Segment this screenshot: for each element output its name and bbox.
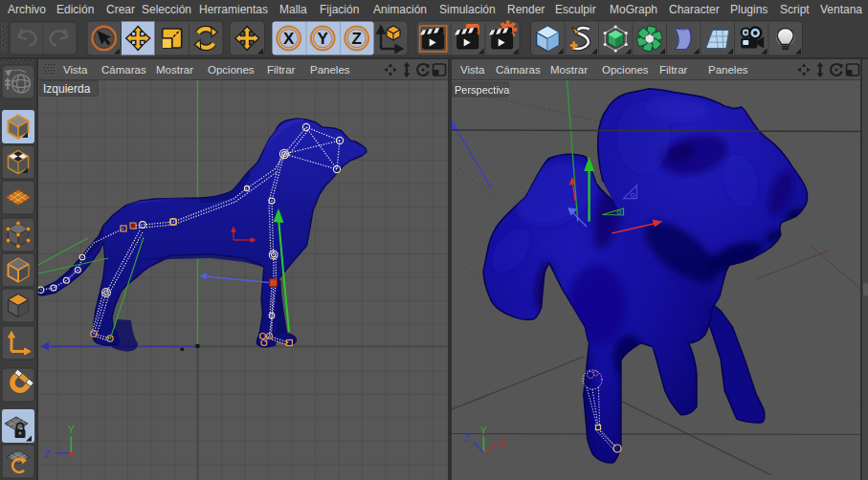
- svg-text:Y: Y: [68, 424, 76, 435]
- svg-text:Z: Z: [352, 30, 362, 48]
- svg-text:Y: Y: [480, 425, 488, 436]
- svg-text:Z: Z: [464, 432, 471, 444]
- svg-text:Y: Y: [318, 30, 329, 48]
- svg-text:X: X: [283, 30, 295, 48]
- svg-text:Izquierda: Izquierda: [43, 82, 91, 96]
- svg-text:X: X: [499, 438, 506, 449]
- svg-text:Perspectiva: Perspectiva: [455, 84, 510, 96]
- svg-text:Z: Z: [44, 448, 51, 460]
